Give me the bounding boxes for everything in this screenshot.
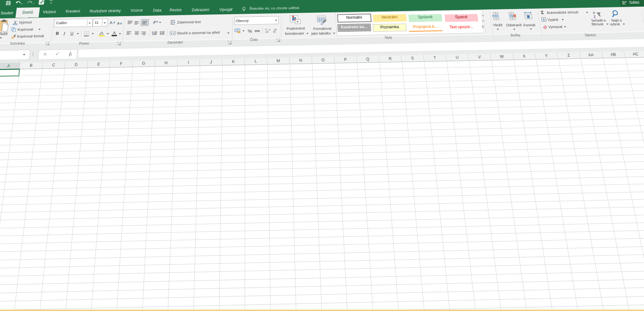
svg-text:≠: ≠ xyxy=(297,20,299,23)
svg-text:ab: ab xyxy=(152,20,157,24)
svg-text:A: A xyxy=(592,11,596,14)
svg-text:,00: ,00 xyxy=(265,31,268,33)
